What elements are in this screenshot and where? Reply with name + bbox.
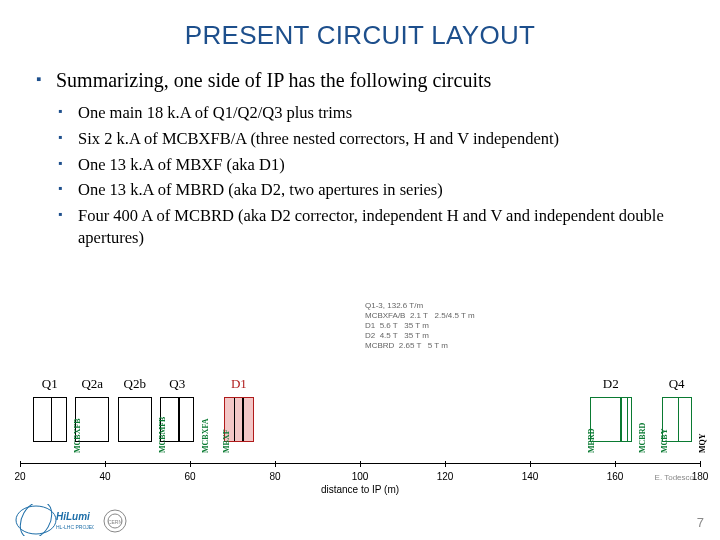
x-tick-label: 140 — [522, 471, 539, 482]
bullet-item: Four 400 A of MCBRD (aka D2 corrector, i… — [56, 205, 690, 249]
x-tick-label: 180 — [692, 471, 709, 482]
x-tick — [445, 461, 446, 467]
element-label: D1 — [231, 376, 247, 392]
x-tick-label: 80 — [269, 471, 280, 482]
x-tick — [105, 461, 106, 467]
x-tick — [530, 461, 531, 467]
corrector-label: MCBMFB — [158, 417, 167, 453]
x-tick-label: 120 — [437, 471, 454, 482]
bullet-item: One 13 k.A of MBXF (aka D1) — [56, 154, 690, 176]
x-tick — [700, 461, 701, 467]
element-label: Q1 — [42, 376, 58, 392]
corrector-label: MBRD — [587, 429, 596, 453]
element-label: Q4 — [669, 376, 685, 392]
cern-logo-icon: CERN — [102, 508, 128, 534]
element-label: D2 — [603, 376, 619, 392]
page-number: 7 — [697, 515, 704, 530]
diagram-signature: E. Todesco — [655, 473, 694, 482]
x-tick-label: 100 — [352, 471, 369, 482]
x-tick — [615, 461, 616, 467]
element-label: Q2a — [81, 376, 103, 392]
chart-area: distance to IP (m) 204060801001201401601… — [20, 301, 700, 496]
bullet-item: One 13 k.A of MBRD (aka D2, two aperture… — [56, 179, 690, 201]
x-tick — [20, 461, 21, 467]
bullet-summary-text: Summarizing, one side of IP has the foll… — [56, 69, 491, 91]
layout-diagram: Q1-3, 132.6 T/m MCBXFA/B 2.1 T 2.5/4.5 T… — [20, 301, 700, 496]
svg-text:HL-LHC PROJECT: HL-LHC PROJECT — [56, 524, 94, 530]
corrector-label: MQY — [698, 433, 707, 453]
x-tick — [360, 461, 361, 467]
page-title: PRESENT CIRCUIT LAYOUT — [30, 20, 690, 51]
bullet-item: One main 18 k.A of Q1/Q2/Q3 plus trims — [56, 102, 690, 124]
svg-point-1 — [14, 504, 58, 536]
corrector-label: MCBRD — [638, 423, 647, 453]
magnet-q1 — [33, 397, 67, 442]
hilumi-logo-icon: HiLumi HL-LHC PROJECT — [14, 504, 94, 536]
x-tick-label: 40 — [99, 471, 110, 482]
svg-text:CERN: CERN — [108, 519, 123, 525]
x-axis-label: distance to IP (m) — [321, 484, 399, 495]
x-tick-label: 20 — [14, 471, 25, 482]
x-tick — [275, 461, 276, 467]
corrector-label: MCBXFB — [73, 418, 82, 453]
bullet-summary: Summarizing, one side of IP has the foll… — [30, 67, 690, 249]
bullet-list-l2: One main 18 k.A of Q1/Q2/Q3 plus trims S… — [56, 102, 690, 249]
corrector-label: MCBXFA — [201, 418, 210, 453]
magnet-q2b — [118, 397, 152, 442]
slide-footer: HiLumi HL-LHC PROJECT CERN 7 — [0, 504, 720, 540]
x-tick-label: 160 — [607, 471, 624, 482]
bullet-list-l1: Summarizing, one side of IP has the foll… — [30, 67, 690, 249]
corrector-label: MBXF — [222, 429, 231, 453]
bullet-item: Six 2 k.A of MCBXFB/A (three nested corr… — [56, 128, 690, 150]
svg-text:HiLumi: HiLumi — [56, 511, 90, 522]
corrector-label: MCBY — [660, 429, 669, 453]
slide: PRESENT CIRCUIT LAYOUT Summarizing, one … — [0, 0, 720, 540]
element-row — [20, 397, 700, 442]
element-label: Q3 — [169, 376, 185, 392]
element-label: Q2b — [124, 376, 146, 392]
x-tick-label: 60 — [184, 471, 195, 482]
x-tick — [190, 461, 191, 467]
svg-point-0 — [16, 506, 56, 534]
